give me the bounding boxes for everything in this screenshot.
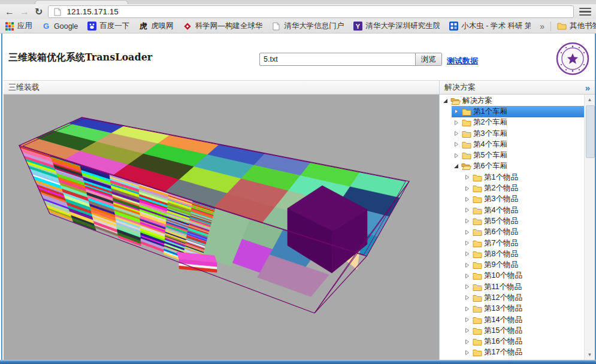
scroll-down-button[interactable]: ▼ (585, 350, 595, 360)
tree-item-body[interactable]: 第4个车厢 (452, 139, 585, 150)
tree-item-body[interactable]: 第3个车厢 (452, 128, 585, 139)
tree-item-body[interactable]: 第16个物品 (462, 336, 585, 347)
expand-arrow-icon[interactable] (453, 131, 459, 136)
expand-arrow-icon[interactable] (464, 327, 470, 333)
tree-item-body[interactable]: 第5个物品 (462, 216, 585, 226)
file-input[interactable]: 5.txt 浏览 (259, 53, 442, 66)
bookmarks-overflow-chevron[interactable]: » (540, 22, 544, 31)
test-data-link[interactable]: 测试数据 (447, 56, 478, 66)
tree-item-body[interactable]: 第2个车厢 (452, 117, 585, 128)
browse-button[interactable]: 浏览 (415, 53, 441, 65)
expand-arrow-icon[interactable] (453, 141, 459, 147)
expand-arrow-icon[interactable] (453, 120, 459, 126)
tree-item[interactable]: 第15个物品 (440, 325, 585, 336)
scroll-up-button[interactable]: ▲ (585, 95, 595, 105)
expand-arrow-icon[interactable] (464, 284, 470, 290)
collapse-arrow-icon[interactable] (442, 98, 449, 104)
bookmark-item[interactable]: 清华大学信息门户 (271, 21, 344, 31)
tree-item[interactable]: 第7个物品 (440, 238, 585, 248)
expand-arrow-icon[interactable] (464, 251, 470, 257)
tree-item-body[interactable]: 解决方案 (441, 95, 585, 106)
tree-item-body[interactable]: 第6个车厢 (452, 161, 585, 172)
tree-item-body[interactable]: 第10个物品 (462, 271, 585, 281)
tree-item-body[interactable]: 第9个物品 (462, 259, 585, 270)
tree-item[interactable]: 第14个物品 (440, 314, 585, 325)
bookmark-item[interactable]: 虎虎嗅网 (138, 21, 174, 31)
scroll-thumb[interactable] (586, 105, 595, 158)
tree-item[interactable]: 第18个物品 (440, 358, 585, 360)
expand-arrow-icon[interactable] (464, 229, 470, 235)
tree-item[interactable]: 第17个物品 (440, 347, 585, 358)
scene-canvas[interactable] (4, 95, 439, 360)
collapse-arrow-icon[interactable] (453, 163, 459, 169)
tree-item[interactable]: 第6个车厢 (440, 161, 585, 172)
tree-item[interactable]: 第5个物品 (440, 216, 585, 226)
3d-render[interactable] (4, 95, 439, 360)
expand-arrow-icon[interactable] (453, 153, 459, 159)
tree-item[interactable]: 第11个物品 (440, 281, 585, 292)
tree-item-body[interactable]: 第11个物品 (462, 281, 585, 292)
expand-arrow-icon[interactable] (464, 317, 470, 323)
tree-item-body[interactable]: 第5个车厢 (452, 150, 585, 160)
tree-item[interactable]: 第12个物品 (440, 292, 585, 303)
tree-item[interactable]: 第1个物品 (440, 172, 585, 183)
tree-item[interactable]: 第2个物品 (440, 183, 585, 193)
tree-item-body[interactable]: 第12个物品 (462, 292, 585, 303)
tree-item-body[interactable]: 第4个物品 (462, 205, 585, 216)
expand-arrow-icon[interactable] (464, 295, 470, 301)
bookmark-item[interactable]: 小木虫 - 学术 科研 第一站 (449, 21, 531, 31)
tree-scrollbar[interactable]: ▲ ▼ (584, 95, 595, 360)
bookmark-item[interactable]: 应用 (5, 21, 32, 31)
panel-collapse-chevron[interactable]: » (585, 83, 590, 92)
url-text[interactable]: 121.15.171.15 (66, 7, 118, 16)
tree-item[interactable]: 第8个物品 (440, 248, 585, 259)
tree-item[interactable]: 第2个车厢 (440, 117, 585, 128)
tree-item-body[interactable]: 第8个物品 (462, 248, 585, 259)
menu-button[interactable] (579, 8, 591, 16)
tree-item[interactable]: 第3个物品 (440, 194, 585, 205)
tree-item-body[interactable]: 第13个物品 (462, 304, 585, 314)
tree-item[interactable]: 第3个车厢 (440, 128, 585, 139)
expand-arrow-icon[interactable] (464, 186, 470, 192)
expand-arrow-icon[interactable] (464, 240, 470, 246)
bookmark-item[interactable]: 科学网—构建全球华 (183, 21, 263, 31)
tree-item-body[interactable]: 第1个物品 (462, 172, 585, 183)
expand-arrow-icon[interactable] (464, 306, 470, 312)
expand-arrow-icon[interactable] (453, 108, 459, 114)
tree-item-body[interactable]: 第3个物品 (462, 194, 585, 205)
tree-item-body[interactable]: 第17个物品 (462, 347, 585, 358)
expand-arrow-icon[interactable] (464, 218, 470, 224)
refresh-button[interactable]: ↻ (35, 7, 43, 17)
tree-item-selected-body[interactable]: 第1个车厢 (452, 106, 585, 117)
expand-arrow-icon[interactable] (464, 350, 470, 356)
tree-item-body[interactable]: 第14个物品 (462, 314, 585, 325)
bookmark-item[interactable]: 百度一下 (87, 21, 129, 31)
expand-arrow-icon[interactable] (464, 262, 470, 268)
bookmark-item[interactable]: GGoogle (41, 22, 78, 31)
tree-item[interactable]: 第6个物品 (440, 227, 585, 238)
tree-item[interactable]: 解决方案 (440, 95, 585, 106)
tree-item[interactable]: 第4个物品 (440, 205, 585, 216)
forward-button[interactable]: → (20, 7, 29, 17)
expand-arrow-icon[interactable] (464, 174, 470, 180)
url-bar[interactable]: 121.15.171.15 (48, 5, 574, 18)
file-input-value[interactable]: 5.txt (260, 53, 415, 65)
back-button[interactable]: ← (5, 7, 14, 17)
expand-arrow-icon[interactable] (464, 273, 470, 279)
tree-item[interactable]: 第9个物品 (440, 259, 585, 270)
tree-item[interactable]: 第10个物品 (440, 271, 585, 281)
tree-item[interactable]: 第5个车厢 (440, 150, 585, 160)
tree-item-body[interactable]: 第15个物品 (462, 325, 585, 336)
expand-arrow-icon[interactable] (464, 196, 470, 202)
tree-item-body[interactable]: 第7个物品 (462, 238, 585, 248)
tree-item-body[interactable]: 第6个物品 (462, 227, 585, 238)
other-bookmarks-folder[interactable]: 其他书签 (557, 21, 596, 31)
expand-arrow-icon[interactable] (464, 207, 470, 213)
tree-item[interactable]: 第1个车厢 (440, 106, 585, 117)
tree-item[interactable]: 第4个车厢 (440, 139, 585, 150)
tree-item[interactable]: 第13个物品 (440, 304, 585, 314)
tree-item-body[interactable]: 第18个物品 (462, 358, 585, 360)
tree-item[interactable]: 第16个物品 (440, 336, 585, 347)
bookmark-item[interactable]: Y清华大学深圳研究生院 (353, 21, 440, 31)
expand-arrow-icon[interactable] (464, 339, 470, 345)
